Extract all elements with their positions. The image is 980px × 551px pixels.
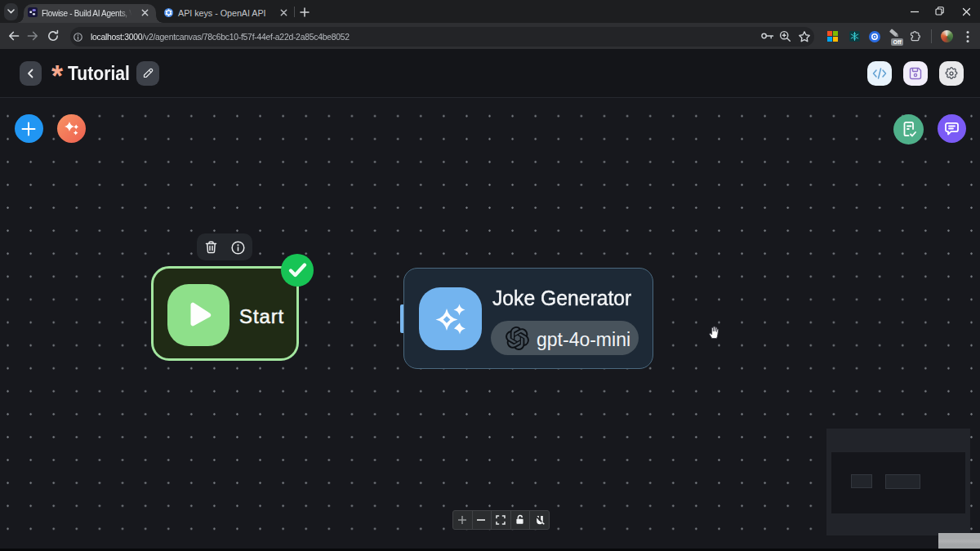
- svg-text:Off: Off: [893, 39, 902, 45]
